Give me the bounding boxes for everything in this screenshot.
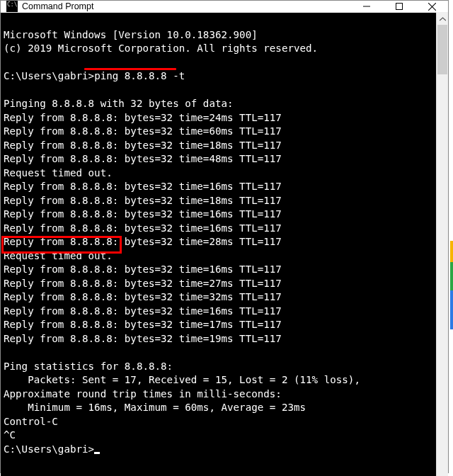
command-input: ping 8.8.8.8 -t <box>94 70 185 81</box>
output-line: Packets: Sent = 17, Received = 15, Lost … <box>4 374 360 385</box>
close-icon <box>428 3 436 11</box>
output-line: (c) 2019 Microsoft Corporation. All righ… <box>4 42 318 54</box>
output-line: Reply from 8.8.8.8: bytes=32 time=16ms T… <box>4 208 282 220</box>
titlebar[interactable]: Command Prompt <box>1 1 448 13</box>
output-line: Reply from 8.8.8.8: bytes=32 time=27ms T… <box>4 278 282 289</box>
output-line: ^C <box>4 429 16 441</box>
command-prompt-window: Command Prompt Microsoft Windows [Versio… <box>0 0 449 473</box>
window-title: Command Prompt <box>22 1 93 11</box>
cursor-icon <box>94 452 100 454</box>
maximize-button[interactable] <box>383 1 415 12</box>
close-button[interactable] <box>415 1 448 12</box>
window-controls <box>350 1 448 12</box>
output-line: Reply from 8.8.8.8: bytes=32 time=32ms T… <box>4 291 282 302</box>
annotation-underline <box>84 68 176 70</box>
output-line: Request timed out. <box>4 167 113 178</box>
scroll-thumb[interactable] <box>437 25 447 74</box>
output-line: Reply from 8.8.8.8: bytes=32 time=17ms T… <box>4 319 282 330</box>
output-line: Approximate round trip times in milli-se… <box>4 388 282 400</box>
output-line: Reply from 8.8.8.8: bytes=32 time=16ms T… <box>4 264 282 275</box>
minimize-icon <box>363 3 370 10</box>
scroll-up-button[interactable] <box>437 13 448 25</box>
prompt-path: C:\Users\gabri> <box>4 70 94 81</box>
vertical-scrollbar[interactable] <box>436 13 448 476</box>
output-line: Reply from 8.8.8.8: bytes=32 time=60ms T… <box>4 125 282 137</box>
maximize-icon <box>396 3 403 10</box>
output-line: Reply from 8.8.8.8: bytes=32 time=16ms T… <box>4 222 282 234</box>
output-line: Reply from 8.8.8.8: bytes=32 time=24ms T… <box>4 112 282 123</box>
terminal[interactable]: Microsoft Windows [Version 10.0.18362.90… <box>1 13 436 476</box>
annotation-box <box>1 236 122 254</box>
decorative-edge <box>450 241 453 347</box>
output-line: Reply from 8.8.8.8: bytes=32 time=18ms T… <box>4 140 282 151</box>
output-line: Reply from 8.8.8.8: bytes=32 time=18ms T… <box>4 195 282 206</box>
output-line: Pinging 8.8.8.8 with 32 bytes of data: <box>4 98 234 109</box>
chevron-up-icon <box>440 17 446 21</box>
prompt-path: C:\Users\gabri> <box>4 443 94 455</box>
output-line: Reply from 8.8.8.8: bytes=32 time=48ms T… <box>4 153 282 164</box>
output-line: Control-C <box>4 416 58 427</box>
minimize-button[interactable] <box>350 1 383 12</box>
svg-rect-1 <box>396 4 403 10</box>
terminal-area: Microsoft Windows [Version 10.0.18362.90… <box>1 13 448 476</box>
output-line: Microsoft Windows [Version 10.0.18362.90… <box>4 29 258 40</box>
output-line: Minimum = 16ms, Maximum = 60ms, Average … <box>4 402 306 413</box>
output-line: Reply from 8.8.8.8: bytes=32 time=16ms T… <box>4 181 282 192</box>
output-line: Reply from 8.8.8.8: bytes=32 time=16ms T… <box>4 305 282 317</box>
output-line: Reply from 8.8.8.8: bytes=32 time=19ms T… <box>4 333 282 344</box>
output-line: Ping statistics for 8.8.8.8: <box>4 361 173 372</box>
cmd-icon <box>6 1 18 12</box>
